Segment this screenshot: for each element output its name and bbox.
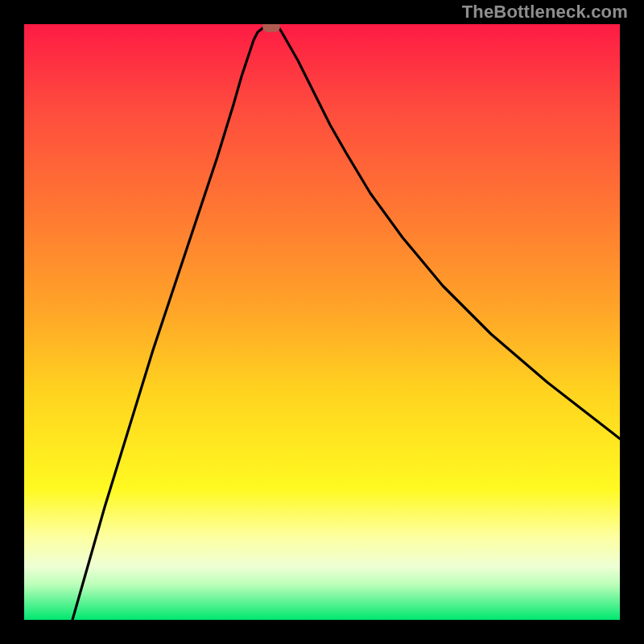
watermark-text: TheBottleneck.com xyxy=(462,2,628,23)
bottleneck-curve xyxy=(24,24,620,620)
chart-frame: TheBottleneck.com xyxy=(0,0,644,644)
plot-area xyxy=(24,24,620,620)
optimal-marker xyxy=(262,24,280,32)
